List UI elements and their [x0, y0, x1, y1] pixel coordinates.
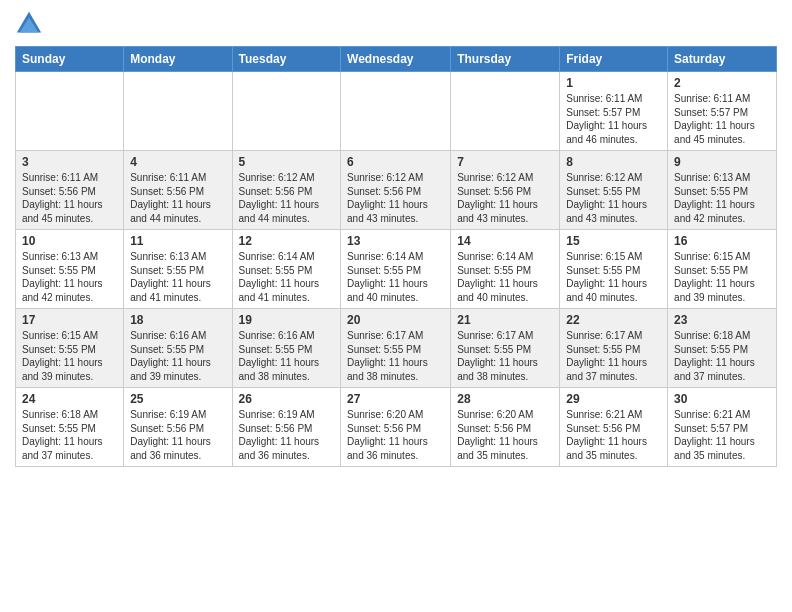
- logo: [15, 10, 47, 38]
- calendar-cell: 7Sunrise: 6:12 AM Sunset: 5:56 PM Daylig…: [451, 151, 560, 230]
- calendar-cell: [124, 72, 232, 151]
- calendar-cell: 17Sunrise: 6:15 AM Sunset: 5:55 PM Dayli…: [16, 309, 124, 388]
- day-number: 21: [457, 313, 553, 327]
- day-number: 10: [22, 234, 117, 248]
- day-info: Sunrise: 6:12 AM Sunset: 5:56 PM Dayligh…: [347, 171, 444, 225]
- day-info: Sunrise: 6:17 AM Sunset: 5:55 PM Dayligh…: [347, 329, 444, 383]
- calendar-cell: 12Sunrise: 6:14 AM Sunset: 5:55 PM Dayli…: [232, 230, 341, 309]
- day-number: 16: [674, 234, 770, 248]
- day-number: 6: [347, 155, 444, 169]
- day-number: 12: [239, 234, 335, 248]
- calendar-cell: 10Sunrise: 6:13 AM Sunset: 5:55 PM Dayli…: [16, 230, 124, 309]
- col-header-wednesday: Wednesday: [341, 47, 451, 72]
- day-info: Sunrise: 6:18 AM Sunset: 5:55 PM Dayligh…: [674, 329, 770, 383]
- day-info: Sunrise: 6:14 AM Sunset: 5:55 PM Dayligh…: [457, 250, 553, 304]
- day-info: Sunrise: 6:20 AM Sunset: 5:56 PM Dayligh…: [457, 408, 553, 462]
- day-info: Sunrise: 6:14 AM Sunset: 5:55 PM Dayligh…: [239, 250, 335, 304]
- day-number: 4: [130, 155, 225, 169]
- col-header-sunday: Sunday: [16, 47, 124, 72]
- day-number: 29: [566, 392, 661, 406]
- day-number: 1: [566, 76, 661, 90]
- page-header: [15, 10, 777, 38]
- day-info: Sunrise: 6:18 AM Sunset: 5:55 PM Dayligh…: [22, 408, 117, 462]
- calendar-cell: 11Sunrise: 6:13 AM Sunset: 5:55 PM Dayli…: [124, 230, 232, 309]
- day-number: 19: [239, 313, 335, 327]
- calendar-cell: 25Sunrise: 6:19 AM Sunset: 5:56 PM Dayli…: [124, 388, 232, 467]
- calendar-cell: 13Sunrise: 6:14 AM Sunset: 5:55 PM Dayli…: [341, 230, 451, 309]
- col-header-saturday: Saturday: [668, 47, 777, 72]
- calendar-cell: [232, 72, 341, 151]
- day-number: 17: [22, 313, 117, 327]
- calendar-cell: 24Sunrise: 6:18 AM Sunset: 5:55 PM Dayli…: [16, 388, 124, 467]
- calendar-cell: 19Sunrise: 6:16 AM Sunset: 5:55 PM Dayli…: [232, 309, 341, 388]
- day-number: 22: [566, 313, 661, 327]
- col-header-friday: Friday: [560, 47, 668, 72]
- calendar-cell: 15Sunrise: 6:15 AM Sunset: 5:55 PM Dayli…: [560, 230, 668, 309]
- calendar-cell: 6Sunrise: 6:12 AM Sunset: 5:56 PM Daylig…: [341, 151, 451, 230]
- day-number: 28: [457, 392, 553, 406]
- day-number: 14: [457, 234, 553, 248]
- day-number: 9: [674, 155, 770, 169]
- day-number: 3: [22, 155, 117, 169]
- day-info: Sunrise: 6:15 AM Sunset: 5:55 PM Dayligh…: [22, 329, 117, 383]
- day-info: Sunrise: 6:15 AM Sunset: 5:55 PM Dayligh…: [674, 250, 770, 304]
- day-info: Sunrise: 6:13 AM Sunset: 5:55 PM Dayligh…: [674, 171, 770, 225]
- day-number: 18: [130, 313, 225, 327]
- day-info: Sunrise: 6:21 AM Sunset: 5:57 PM Dayligh…: [674, 408, 770, 462]
- calendar-cell: 30Sunrise: 6:21 AM Sunset: 5:57 PM Dayli…: [668, 388, 777, 467]
- calendar-cell: 20Sunrise: 6:17 AM Sunset: 5:55 PM Dayli…: [341, 309, 451, 388]
- day-info: Sunrise: 6:13 AM Sunset: 5:55 PM Dayligh…: [22, 250, 117, 304]
- calendar-week-5: 24Sunrise: 6:18 AM Sunset: 5:55 PM Dayli…: [16, 388, 777, 467]
- calendar-cell: 29Sunrise: 6:21 AM Sunset: 5:56 PM Dayli…: [560, 388, 668, 467]
- day-info: Sunrise: 6:17 AM Sunset: 5:55 PM Dayligh…: [566, 329, 661, 383]
- day-number: 25: [130, 392, 225, 406]
- day-number: 11: [130, 234, 225, 248]
- calendar-cell: 26Sunrise: 6:19 AM Sunset: 5:56 PM Dayli…: [232, 388, 341, 467]
- day-number: 26: [239, 392, 335, 406]
- day-number: 20: [347, 313, 444, 327]
- day-info: Sunrise: 6:19 AM Sunset: 5:56 PM Dayligh…: [239, 408, 335, 462]
- day-info: Sunrise: 6:12 AM Sunset: 5:56 PM Dayligh…: [457, 171, 553, 225]
- calendar-cell: 9Sunrise: 6:13 AM Sunset: 5:55 PM Daylig…: [668, 151, 777, 230]
- day-number: 5: [239, 155, 335, 169]
- calendar-cell: 1Sunrise: 6:11 AM Sunset: 5:57 PM Daylig…: [560, 72, 668, 151]
- day-number: 15: [566, 234, 661, 248]
- calendar-cell: 4Sunrise: 6:11 AM Sunset: 5:56 PM Daylig…: [124, 151, 232, 230]
- day-info: Sunrise: 6:12 AM Sunset: 5:55 PM Dayligh…: [566, 171, 661, 225]
- calendar-cell: 8Sunrise: 6:12 AM Sunset: 5:55 PM Daylig…: [560, 151, 668, 230]
- calendar: SundayMondayTuesdayWednesdayThursdayFrid…: [15, 46, 777, 467]
- calendar-cell: 14Sunrise: 6:14 AM Sunset: 5:55 PM Dayli…: [451, 230, 560, 309]
- calendar-cell: 2Sunrise: 6:11 AM Sunset: 5:57 PM Daylig…: [668, 72, 777, 151]
- calendar-cell: 18Sunrise: 6:16 AM Sunset: 5:55 PM Dayli…: [124, 309, 232, 388]
- calendar-cell: 21Sunrise: 6:17 AM Sunset: 5:55 PM Dayli…: [451, 309, 560, 388]
- calendar-header-row: SundayMondayTuesdayWednesdayThursdayFrid…: [16, 47, 777, 72]
- calendar-cell: 3Sunrise: 6:11 AM Sunset: 5:56 PM Daylig…: [16, 151, 124, 230]
- day-info: Sunrise: 6:20 AM Sunset: 5:56 PM Dayligh…: [347, 408, 444, 462]
- day-info: Sunrise: 6:11 AM Sunset: 5:57 PM Dayligh…: [566, 92, 661, 146]
- day-number: 13: [347, 234, 444, 248]
- day-info: Sunrise: 6:11 AM Sunset: 5:56 PM Dayligh…: [130, 171, 225, 225]
- calendar-cell: [341, 72, 451, 151]
- calendar-cell: 22Sunrise: 6:17 AM Sunset: 5:55 PM Dayli…: [560, 309, 668, 388]
- col-header-monday: Monday: [124, 47, 232, 72]
- col-header-thursday: Thursday: [451, 47, 560, 72]
- day-info: Sunrise: 6:13 AM Sunset: 5:55 PM Dayligh…: [130, 250, 225, 304]
- day-info: Sunrise: 6:19 AM Sunset: 5:56 PM Dayligh…: [130, 408, 225, 462]
- day-info: Sunrise: 6:15 AM Sunset: 5:55 PM Dayligh…: [566, 250, 661, 304]
- day-info: Sunrise: 6:11 AM Sunset: 5:56 PM Dayligh…: [22, 171, 117, 225]
- calendar-cell: [16, 72, 124, 151]
- day-info: Sunrise: 6:21 AM Sunset: 5:56 PM Dayligh…: [566, 408, 661, 462]
- logo-icon: [15, 10, 43, 38]
- day-number: 24: [22, 392, 117, 406]
- calendar-cell: 23Sunrise: 6:18 AM Sunset: 5:55 PM Dayli…: [668, 309, 777, 388]
- day-number: 7: [457, 155, 553, 169]
- day-info: Sunrise: 6:14 AM Sunset: 5:55 PM Dayligh…: [347, 250, 444, 304]
- day-info: Sunrise: 6:11 AM Sunset: 5:57 PM Dayligh…: [674, 92, 770, 146]
- day-number: 8: [566, 155, 661, 169]
- calendar-week-2: 3Sunrise: 6:11 AM Sunset: 5:56 PM Daylig…: [16, 151, 777, 230]
- day-number: 27: [347, 392, 444, 406]
- calendar-cell: 5Sunrise: 6:12 AM Sunset: 5:56 PM Daylig…: [232, 151, 341, 230]
- day-number: 23: [674, 313, 770, 327]
- calendar-cell: 28Sunrise: 6:20 AM Sunset: 5:56 PM Dayli…: [451, 388, 560, 467]
- day-info: Sunrise: 6:17 AM Sunset: 5:55 PM Dayligh…: [457, 329, 553, 383]
